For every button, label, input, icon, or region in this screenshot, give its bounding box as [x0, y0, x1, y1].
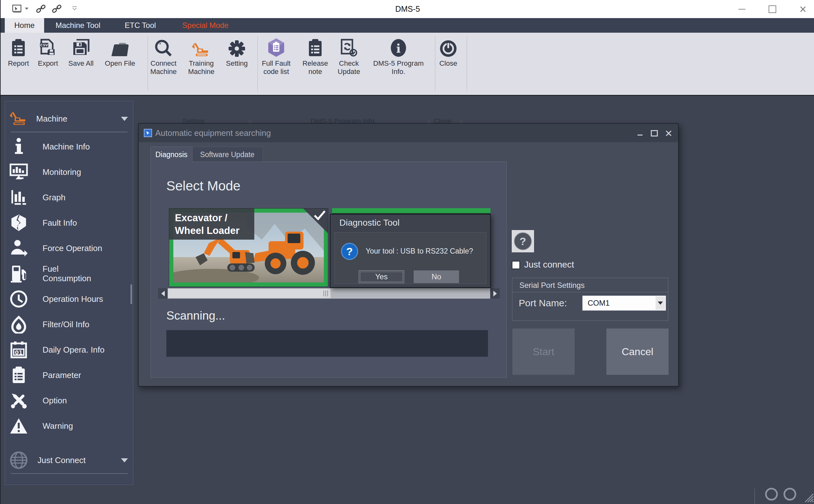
maximize-button[interactable]	[765, 4, 780, 14]
release-note-button[interactable]: Releasenote	[297, 37, 333, 76]
sidebar-divider	[11, 473, 128, 474]
window-title: DMS-5	[1, 0, 814, 18]
cancel-button[interactable]: Cancel	[606, 328, 669, 375]
maximize-icon	[651, 130, 658, 136]
globe-icon	[9, 451, 29, 469]
minimize-icon	[738, 9, 745, 10]
sidebar-item-machine-info[interactable]: Machine Info	[9, 134, 128, 159]
port-name-combobox[interactable]: COM1	[582, 295, 666, 311]
start-button[interactable]: Start	[512, 328, 575, 375]
save-all-floppy-icon	[63, 37, 99, 57]
status-indicator-icon	[765, 488, 778, 501]
dms5-program-info-button[interactable]: i DMS-5 ProgramInfo.	[367, 37, 430, 76]
sidebar-item-option[interactable]: Option	[9, 388, 128, 413]
resize-grip[interactable]	[803, 491, 814, 503]
export-label: Export	[33, 59, 63, 68]
serial-port-settings-title: Serial Port Settings	[512, 278, 668, 292]
ribbon: Report CSV Export Save All Open File	[1, 33, 814, 96]
scroll-left-button[interactable]	[158, 288, 168, 299]
no-button[interactable]: No	[414, 270, 459, 283]
close-button[interactable]: ×	[796, 4, 810, 14]
svg-text:CSV: CSV	[40, 43, 48, 47]
sidebar-item-fuel-consumption[interactable]: FuelConsumption	[9, 261, 128, 286]
warning-triangle-icon	[9, 417, 29, 434]
oil-drop-icon	[9, 315, 29, 334]
monitor-chart-icon	[9, 163, 29, 181]
tab-special-mode[interactable]: Special Mode	[169, 18, 242, 33]
sidebar-item-filter-oil-info[interactable]: Filter/Oil Info	[9, 312, 128, 337]
yes-button[interactable]: Yes	[359, 270, 404, 283]
tab-etc-tool[interactable]: ETC Tool	[112, 18, 169, 33]
just-connect-checkbox-label: Just connect	[524, 260, 574, 270]
minimize-button[interactable]	[735, 4, 749, 14]
fuel-pump-icon	[9, 264, 29, 283]
dialog-maximize-button[interactable]	[648, 129, 660, 138]
sidebar-item-fault-info[interactable]: Fault Info	[9, 210, 128, 235]
sidebar-item-parameter[interactable]: Parameter	[9, 363, 128, 388]
sidebar-scrollbar-thumb[interactable]	[130, 284, 132, 304]
check-update-button[interactable]: CheckUpdate	[331, 37, 367, 76]
connect-machine-button[interactable]: ConnectMachine	[145, 37, 182, 76]
ribbon-separator	[467, 36, 467, 91]
scroll-right-button[interactable]	[490, 288, 500, 299]
release-note-label: Releasenote	[297, 59, 333, 76]
close-icon: ✕	[664, 128, 672, 139]
chevron-down-icon[interactable]	[121, 458, 128, 462]
close-app-button[interactable]: Close	[432, 37, 464, 68]
scrollbar-thumb[interactable]	[168, 289, 330, 298]
dialog-minimize-button[interactable]	[634, 129, 646, 138]
help-button[interactable]: ?	[512, 230, 534, 252]
status-indicator-icon	[784, 488, 796, 501]
equipment-card-excavator-wheel-loader[interactable]: Excavator /Wheel Loader	[169, 208, 328, 287]
report-label: Report	[5, 59, 32, 68]
open-file-label: Open File	[100, 59, 140, 68]
diagnostic-tool-title: Diagnostic Tool	[339, 218, 399, 228]
check-update-label: CheckUpdate	[331, 59, 367, 76]
chevron-down-icon[interactable]	[121, 117, 128, 121]
sidebar-item-warning[interactable]: Warning	[9, 414, 128, 438]
dialog-close-button[interactable]: ✕	[663, 129, 675, 138]
training-machine-button[interactable]: TrainingMachine	[182, 37, 220, 76]
setting-button[interactable]: Setting	[222, 37, 252, 68]
automatic-equipment-searching-dialog: Automatic equipment searching ✕ Diagnosi…	[138, 123, 679, 387]
dialog-title: Automatic equipment searching	[155, 124, 271, 142]
check-icon	[313, 210, 326, 221]
tab-software-update[interactable]: Software Update	[192, 147, 263, 162]
sidebar-item-just-connect[interactable]: Just Connect	[9, 448, 128, 473]
sidebar: Machine Machine Info Monitoring Graph	[5, 101, 133, 485]
card-list-scrollbar[interactable]	[158, 288, 500, 299]
just-connect-label: Just Connect	[37, 455, 86, 465]
excavator-icon	[182, 37, 220, 57]
check-update-icon	[331, 37, 367, 57]
equipment-card-partial[interactable]	[332, 208, 490, 214]
sidebar-item-force-operation[interactable]: Force Operation	[9, 236, 128, 261]
sidebar-header-label: Machine	[36, 114, 67, 123]
export-button[interactable]: CSV Export	[33, 37, 63, 68]
question-icon: ?	[341, 243, 358, 260]
dialog-title-bar[interactable]: Automatic equipment searching ✕	[139, 124, 678, 142]
open-file-button[interactable]: Open File	[100, 37, 140, 68]
save-all-label: Save All	[63, 59, 99, 68]
scrollbar-grip	[324, 290, 328, 296]
dms5-program-info-label: DMS-5 ProgramInfo.	[367, 59, 430, 76]
sidebar-item-daily-opera-info[interactable]: 01 Daily Opera. Info	[9, 337, 128, 362]
sidebar-item-graph[interactable]: Graph	[9, 185, 128, 210]
tab-machine-tool[interactable]: Machine Tool	[44, 18, 112, 33]
combobox-dropdown-button[interactable]	[656, 296, 665, 310]
just-connect-checkbox[interactable]	[512, 261, 520, 269]
save-all-button[interactable]: Save All	[63, 37, 99, 68]
clipboard-icon	[9, 366, 29, 384]
svg-text:i: i	[396, 41, 401, 56]
ribbon-tab-bar: Home Machine Tool ETC Tool Special Mode	[1, 18, 814, 33]
report-button[interactable]: Report	[5, 37, 32, 68]
sidebar-item-monitoring[interactable]: Monitoring	[9, 160, 128, 184]
tab-home[interactable]: Home	[5, 18, 44, 33]
connect-machine-label: ConnectMachine	[145, 59, 182, 76]
tab-diagnosis[interactable]: Diagnosis	[150, 147, 192, 162]
full-fault-code-list-button[interactable]: Full Faultcode list	[258, 37, 294, 76]
sidebar-header-machine[interactable]: Machine	[9, 107, 128, 130]
title-bar: DMS-5 ×	[1, 0, 814, 18]
sidebar-item-operation-hours[interactable]: Operation Hours	[9, 287, 128, 311]
bar-chart-icon	[9, 189, 29, 206]
select-mode-heading: Select Mode	[166, 178, 240, 194]
